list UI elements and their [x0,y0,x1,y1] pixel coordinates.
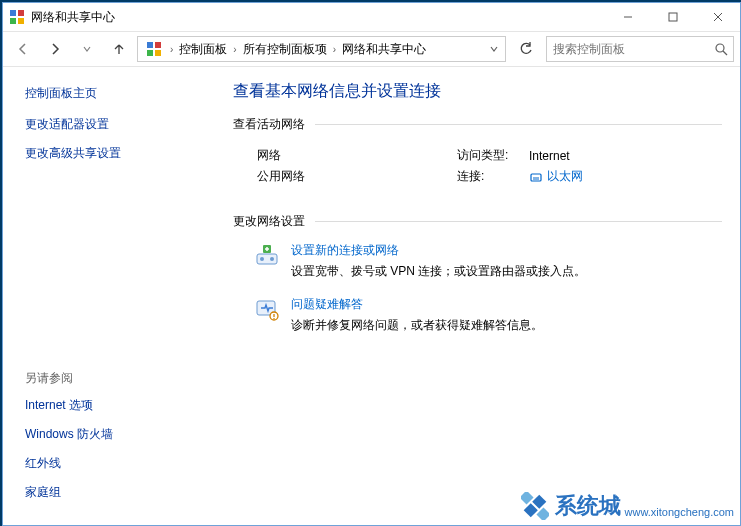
chevron-down-icon[interactable] [487,44,501,54]
svg-rect-10 [147,50,153,56]
see-also-firewall[interactable]: Windows 防火墙 [25,426,217,443]
navbar: › 控制面板 › 所有控制面板项 › 网络和共享中心 [3,32,740,67]
connection-link[interactable]: 以太网 [547,168,583,185]
option-desc: 诊断并修复网络问题，或者获得疑难解答信息。 [291,317,543,334]
app-icon [9,9,25,25]
section-active-networks: 查看活动网络 [233,116,722,133]
up-button[interactable] [105,35,133,63]
section-change-settings: 更改网络设置 [233,213,722,230]
troubleshoot-icon [253,296,281,324]
option-title[interactable]: 问题疑难解答 [291,296,543,313]
svg-point-20 [270,257,274,261]
access-type-label: 访问类型: [457,147,529,164]
search-box[interactable] [546,36,734,62]
window: 网络和共享中心 › 控制面板 › 所有控制面板项 › 网络和共享中心 [2,2,741,526]
chevron-right-icon[interactable]: › [231,44,238,55]
close-button[interactable] [695,3,740,31]
active-network-row: 网络 公用网络 访问类型: Internet 连接: 以太网 [257,147,722,189]
section-label: 更改网络设置 [233,213,305,230]
option-desc: 设置宽带、拨号或 VPN 连接；或设置路由器或接入点。 [291,263,586,280]
window-title: 网络和共享中心 [31,9,115,26]
divider [315,221,722,222]
section-label: 查看活动网络 [233,116,305,133]
svg-point-12 [716,44,724,52]
svg-rect-1 [18,10,24,16]
svg-rect-2 [10,18,16,24]
divider [315,124,722,125]
breadcrumb-item[interactable]: 所有控制面板项 [241,41,329,58]
forward-button[interactable] [41,35,69,63]
page-title: 查看基本网络信息并设置连接 [233,81,722,102]
maximize-button[interactable] [650,3,695,31]
refresh-button[interactable] [514,37,538,61]
content: 查看基本网络信息并设置连接 查看活动网络 网络 公用网络 访问类型: Inter… [229,67,740,525]
network-type: 公用网络 [257,168,457,185]
breadcrumb[interactable]: › 控制面板 › 所有控制面板项 › 网络和共享中心 [137,36,506,62]
svg-rect-11 [155,50,161,56]
breadcrumb-item[interactable]: 网络和共享中心 [340,41,428,58]
titlebar: 网络和共享中心 [3,3,740,32]
see-also-internet-options[interactable]: Internet 选项 [25,397,217,414]
ethernet-icon [529,170,543,184]
sidebar-link-sharing[interactable]: 更改高级共享设置 [25,145,217,162]
sidebar: 控制面板主页 更改适配器设置 更改高级共享设置 另请参阅 Internet 选项… [3,67,229,525]
svg-rect-9 [155,42,161,48]
svg-point-19 [260,257,264,261]
back-button[interactable] [9,35,37,63]
connection-label: 连接: [457,168,529,185]
see-also-homegroup[interactable]: 家庭组 [25,484,217,501]
breadcrumb-item[interactable]: 控制面板 [177,41,229,58]
recent-dropdown[interactable] [73,35,101,63]
svg-rect-5 [669,13,677,21]
breadcrumb-icon [146,41,162,57]
svg-rect-0 [10,10,16,16]
search-input[interactable] [547,42,709,56]
sidebar-link-adapter[interactable]: 更改适配器设置 [25,116,217,133]
svg-line-13 [723,51,727,55]
chevron-right-icon[interactable]: › [331,44,338,55]
network-wizard-icon [253,242,281,270]
option-new-connection: 设置新的连接或网络 设置宽带、拨号或 VPN 连接；或设置路由器或接入点。 [253,242,722,280]
option-title[interactable]: 设置新的连接或网络 [291,242,586,259]
chevron-right-icon[interactable]: › [168,44,175,55]
svg-rect-8 [147,42,153,48]
access-type-value: Internet [529,149,570,163]
network-name: 网络 [257,147,457,164]
sidebar-home-link[interactable]: 控制面板主页 [25,85,217,102]
search-icon[interactable] [709,43,733,56]
see-also-heading: 另请参阅 [25,370,217,387]
option-troubleshoot: 问题疑难解答 诊断并修复网络问题，或者获得疑难解答信息。 [253,296,722,334]
svg-point-27 [273,318,274,319]
minimize-button[interactable] [605,3,650,31]
svg-rect-3 [18,18,24,24]
see-also-infrared[interactable]: 红外线 [25,455,217,472]
body: 控制面板主页 更改适配器设置 更改高级共享设置 另请参阅 Internet 选项… [3,67,740,525]
